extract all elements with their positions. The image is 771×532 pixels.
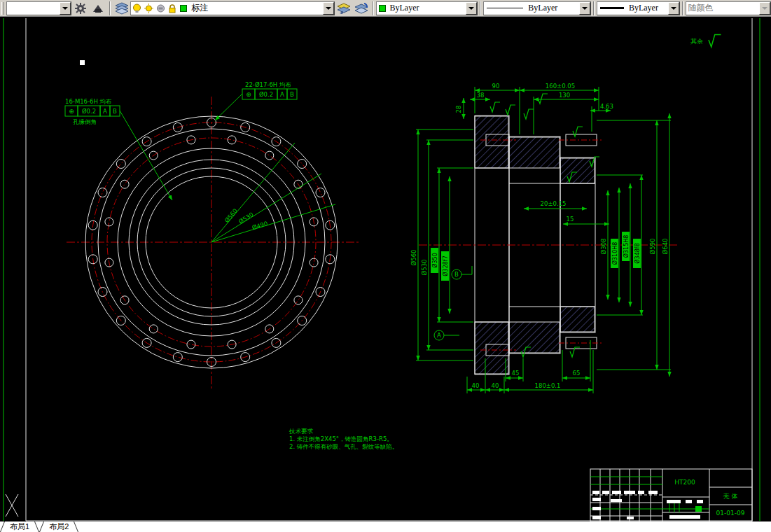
datum-ref: B [290, 91, 294, 98]
top-dimensions: 90 160±0.05 38 130 4.63 28 [455, 83, 613, 119]
linetype-combo[interactable]: ByLayer [483, 1, 591, 15]
tab-layout1[interactable]: 布局1 [0, 522, 39, 532]
dim-label: Ø308 [600, 239, 607, 255]
dim-label: 65 [573, 370, 581, 377]
highlighted-dim: Ø310H8 [611, 239, 618, 268]
ucs-icon [6, 494, 18, 517]
highlighted-dim: Ø315H8 [622, 232, 630, 261]
layer-freeze-sun-icon[interactable] [144, 4, 153, 13]
tech-req-line: 1. 未注倒角2X45°，铸造圆角R3-R5。 [289, 435, 393, 442]
dim-label: 38 [477, 92, 485, 99]
dim-label: Ø328f7 [442, 255, 449, 276]
front-view: Ø560 Ø530 Ø490 16-M16-6H 均布 ⊕ Ø0.2 A B 孔… [65, 81, 359, 389]
plotstyle-value: 随颜色 [686, 2, 760, 14]
lineweight-value: ByLayer [627, 3, 668, 13]
dim-label: 40 [472, 382, 480, 389]
part-name: 壳 体 [723, 493, 738, 500]
workspace-dropdown-button[interactable] [60, 2, 71, 15]
layer-color-chip[interactable] [180, 5, 187, 12]
gear-icon [74, 2, 87, 15]
dim-label: 15 [567, 216, 574, 223]
surface-note-text: 其余 [690, 38, 703, 45]
layer-plot-icon[interactable] [156, 4, 165, 13]
highlighted-dim: Ø328f7 [441, 251, 449, 281]
linetype-sample [487, 8, 523, 8]
chevron-down-icon [582, 7, 588, 10]
dim-label: Ø315H8 [623, 235, 630, 258]
radial-dimensions: Ø560 Ø530 Ø490 [211, 143, 335, 242]
dim-label: Ø310H8 [611, 242, 618, 265]
dim-label: Ø640 [662, 239, 669, 255]
drawing-canvas[interactable]: 其余 [0, 0, 771, 532]
drawing-number: 01-01-09 [716, 510, 745, 517]
plotstyle-combo: 随颜色 [686, 1, 771, 15]
toolbar-separator [373, 1, 374, 15]
dim-label: Ø490 [251, 220, 269, 231]
surface-finish-note: 其余 [690, 35, 721, 48]
color-combo[interactable]: ByLayer [376, 1, 478, 15]
dim-label: 28 [455, 106, 462, 113]
layer-dropdown-button[interactable] [323, 2, 334, 15]
toolbar-separator [109, 1, 111, 15]
dim-label: 20±0.15 [541, 200, 567, 207]
dim-label: 160±0.05 [546, 83, 575, 90]
layer-combo[interactable]: 标注 [130, 1, 335, 15]
section-view: 90 160±0.05 38 130 4.63 28 20±0.15 15 [410, 83, 678, 393]
dim-label: 45 [512, 370, 520, 377]
toolbar-grip[interactable] [1, 2, 4, 15]
layer-properties-button[interactable] [72, 1, 88, 16]
datum-label: A [437, 332, 441, 339]
position-symbol: ⊕ [246, 91, 251, 98]
chevron-down-icon [62, 7, 68, 10]
datum-ref: B [113, 108, 117, 115]
chevron-down-icon [762, 7, 767, 10]
linetype-dropdown-button[interactable] [579, 2, 590, 15]
tab-layout2[interactable]: 布局2 [39, 522, 78, 532]
dim-label: 130 [559, 92, 570, 99]
toolbar-separator [593, 1, 595, 15]
tolerance-value: Ø0.2 [259, 91, 273, 98]
color-chip [379, 5, 386, 12]
layer-lock-icon[interactable] [168, 4, 176, 13]
previous-layer-state-button[interactable] [335, 1, 352, 16]
layer-update-icon [354, 2, 368, 15]
lineweight-dropdown-button[interactable] [668, 2, 679, 15]
toolbar-separator [682, 1, 683, 15]
lineweight-combo[interactable]: ByLayer [597, 1, 680, 15]
plotstyle-dropdown-button [759, 2, 770, 15]
hole-label: 22-Ø17-6H 均布 [245, 81, 291, 88]
thread-note: 孔缘倒角 [73, 118, 97, 125]
datum-label: B [454, 271, 459, 278]
thread-label: 16-M16-6H 均布 [65, 98, 112, 105]
highlighted-dim: Ø350 [431, 248, 438, 273]
dim-label: Ø530 [237, 211, 255, 225]
middle-dimensions: 20±0.15 15 [524, 200, 609, 224]
grip-point[interactable] [80, 60, 85, 65]
tolerance-value: Ø0.2 [82, 108, 96, 115]
dim-label: Ø590 [649, 239, 656, 255]
cad-application: 标注 ByLayer ByLayer [0, 0, 771, 532]
dim-label: 90 [492, 83, 500, 90]
roughness-icon [709, 35, 721, 48]
highlighted-dim: Ø348f8 [633, 239, 641, 268]
datum-ref: A [103, 108, 107, 115]
layers-stack-icon [115, 2, 129, 15]
layer-on-bulb-icon[interactable] [132, 4, 141, 13]
tech-req-title: 技术要求 [289, 428, 314, 435]
dim-label: 180±0.1 [535, 382, 561, 389]
color-value: ByLayer [388, 3, 466, 13]
layout-tab-bar: 布局1 布局2 [0, 522, 771, 532]
workspace-combo[interactable] [6, 1, 71, 15]
dim-label: Ø560 [410, 250, 417, 266]
tech-requirements: 技术要求 1. 未注倒角2X45°，铸造圆角R3-R5。 2. 铸件不得有砂眼、… [289, 428, 398, 450]
color-dropdown-button[interactable] [466, 2, 477, 15]
dim-label: Ø348f8 [634, 243, 641, 263]
layer-current-icon [92, 2, 104, 15]
datum-balloons: B A [434, 266, 472, 340]
color-cell [695, 506, 702, 512]
linetype-value: ByLayer [526, 3, 579, 13]
dim-label: Ø350 [431, 253, 438, 268]
make-layer-current-button[interactable] [90, 1, 106, 16]
layer-states-button[interactable] [353, 1, 369, 16]
layers-manager-button[interactable] [113, 1, 130, 16]
